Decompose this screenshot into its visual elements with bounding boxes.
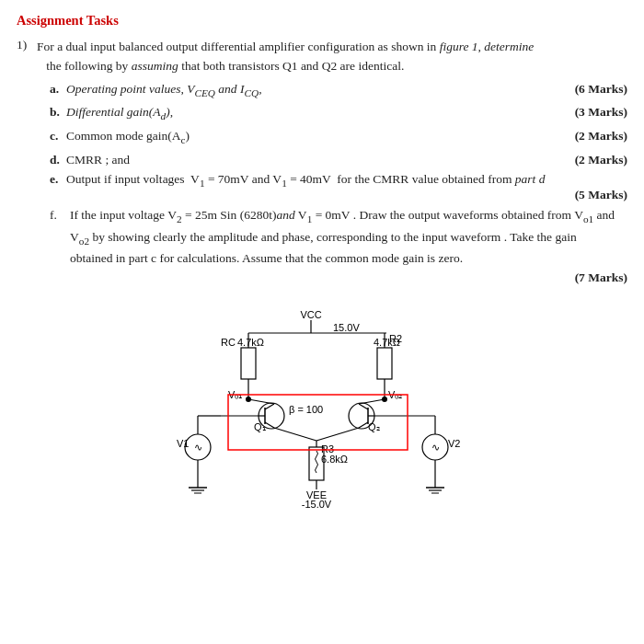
marks-a: (6 Marks) xyxy=(554,80,627,98)
svg-line-21 xyxy=(316,428,359,441)
sub-item-a: a. Operating point values, VCEQ and ICQ,… xyxy=(50,80,627,101)
sub-label-e: e. xyxy=(50,172,66,187)
sub-item-e: e. Output if input voltages V1 = 70mV an… xyxy=(50,172,627,203)
marks-d: (2 Marks) xyxy=(554,151,627,169)
marks-f: (7 Marks) xyxy=(575,270,627,284)
sub-content-f: If the input voltage V2 = 25m Sin (6280t… xyxy=(70,206,627,268)
svg-line-17 xyxy=(359,404,368,409)
beta-label: β = 100 xyxy=(289,404,323,415)
sub-item-b: b. Differential gain(Ad), (3 Marks) xyxy=(50,103,627,124)
q1-text: For a dual input balanced output differe… xyxy=(37,38,627,76)
rc1-label: RC xyxy=(221,337,236,348)
sub-item-c: c. Common mode gain(Ac) (2 Marks) xyxy=(50,127,627,148)
marks-b: (3 Marks) xyxy=(554,103,627,121)
sub-label-f: f. xyxy=(50,206,66,224)
sub-items-list: a. Operating point values, VCEQ and ICQ,… xyxy=(50,80,627,287)
vcc-label: VCC xyxy=(300,309,321,320)
question-1: 1) For a dual input balanced output diff… xyxy=(17,38,627,287)
vcc-value: 15.0V xyxy=(333,322,360,333)
v2-label: V2 xyxy=(448,438,460,449)
sub-label-c: c. xyxy=(50,127,66,145)
sub-content-c: Common mode gain(Ac) xyxy=(66,127,554,148)
marks-e: (5 Marks) xyxy=(575,188,627,201)
sub-content-b: Differential gain(Ad), xyxy=(66,103,554,124)
r3-value: 6.8kΩ xyxy=(321,454,348,465)
svg-line-20 xyxy=(274,428,316,441)
v1-label: V1 xyxy=(177,438,189,449)
sub-label-d: d. xyxy=(50,151,66,169)
svg-line-13 xyxy=(248,399,274,404)
circuit-diagram: VCC 15.0V R2 RC 4.7kΩ 4.7kΩ V₀₁ V₀₂ xyxy=(17,307,627,510)
sub-label-a: a. xyxy=(50,80,66,98)
svg-line-19 xyxy=(359,399,385,404)
vee-value: -15.0V xyxy=(302,499,332,510)
sub-item-d: d. CMRR ; and (2 Marks) xyxy=(50,151,627,169)
svg-line-11 xyxy=(265,404,274,409)
svg-rect-6 xyxy=(377,348,392,379)
q1-label: Q₁ xyxy=(254,421,266,432)
marks-c: (2 Marks) xyxy=(554,127,627,145)
v1-arrow: ∿ xyxy=(194,442,202,453)
q1-number: 1) xyxy=(17,38,33,76)
page-title: Assignment Tasks xyxy=(17,13,627,29)
sub-content-e: Output if input voltages V1 = 70mV and V… xyxy=(66,172,627,189)
svg-rect-3 xyxy=(241,348,256,379)
sub-item-f: f. If the input voltage V2 = 25m Sin (62… xyxy=(50,206,627,286)
rc1-value: 4.7kΩ xyxy=(237,337,264,348)
sub-label-b: b. xyxy=(50,103,66,121)
v2-arrow: ∿ xyxy=(431,442,440,453)
sub-content-a: Operating point values, VCEQ and ICQ, xyxy=(66,80,554,101)
rc2-value: 4.7kΩ xyxy=(374,337,400,348)
svg-line-12 xyxy=(265,422,274,428)
q2-label: Q₂ xyxy=(368,421,380,432)
svg-line-18 xyxy=(359,422,368,428)
sub-content-d: CMRR ; and xyxy=(66,151,554,169)
